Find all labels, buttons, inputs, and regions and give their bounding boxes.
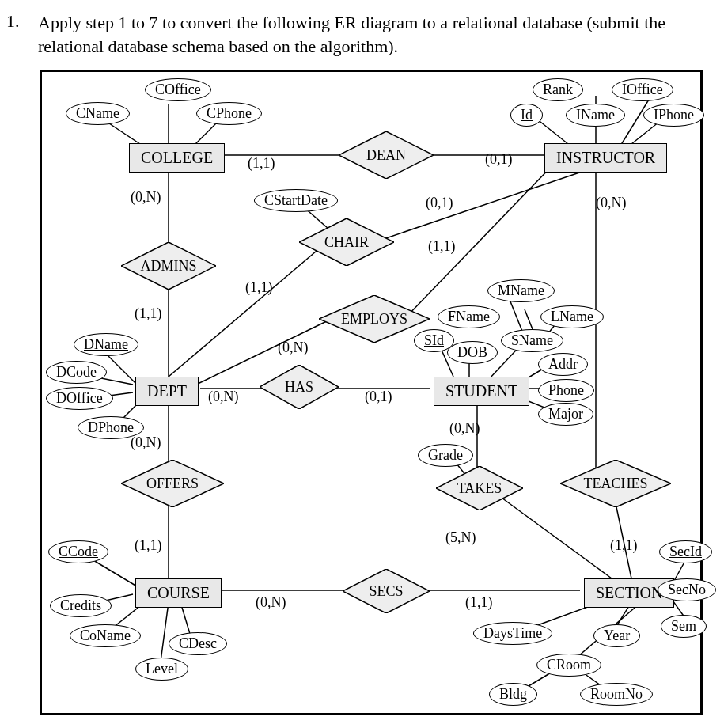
attr-secid: SecId [659, 540, 712, 563]
card-offers-course: (1,1) [135, 537, 162, 554]
entity-student: STUDENT [434, 377, 529, 406]
rel-employs-label: EMPLOYS [319, 295, 430, 343]
card-employs-inst: (1,1) [428, 238, 456, 255]
rel-teaches-label: TEACHES [560, 460, 671, 507]
rel-has: HAS [260, 365, 339, 409]
attr-phone: Phone [538, 379, 594, 402]
card-secs-course: (0,N) [256, 594, 286, 611]
entity-dept: DEPT [135, 377, 199, 406]
card-dean-inst: (0,1) [485, 151, 513, 168]
rel-offers: OFFERS [121, 460, 224, 507]
question-number: 1. [6, 11, 20, 32]
attr-iname: IName [566, 104, 625, 127]
attr-cdesc: CDesc [169, 632, 227, 655]
attr-daystime: DaysTime [473, 622, 552, 645]
question-text: Apply step 1 to 7 to convert the followi… [38, 11, 705, 58]
card-takes-student: (0,N) [449, 420, 480, 437]
entity-instructor: INSTRUCTOR [544, 143, 667, 173]
card-chair-dept: (1,1) [245, 279, 273, 296]
card-secs-section: (1,1) [465, 594, 493, 611]
card-admins-dept: (1,1) [135, 305, 162, 322]
attr-fname: FName [438, 305, 500, 328]
er-diagram-frame: COLLEGE INSTRUCTOR DEPT STUDENT COURSE S… [40, 70, 703, 715]
rel-employs: EMPLOYS [319, 295, 430, 343]
rel-admins-label: ADMINS [121, 242, 216, 290]
rel-chair-label: CHAIR [299, 218, 394, 266]
attr-year: Year [593, 624, 640, 647]
attr-credits: Credits [50, 594, 112, 617]
rel-offers-label: OFFERS [121, 460, 224, 507]
attr-dob: DOB [447, 341, 498, 364]
rel-dean-label: DEAN [339, 131, 434, 179]
svg-line-42 [161, 602, 169, 662]
card-employs-dept: (0,N) [278, 339, 309, 356]
attr-cstartdate: CStartDate [254, 189, 338, 212]
card-offers-dept: (0,N) [131, 434, 161, 451]
attr-ccode: CCode [48, 540, 108, 563]
svg-line-7 [620, 96, 651, 147]
rel-admins: ADMINS [121, 242, 216, 290]
attr-major: Major [538, 403, 593, 426]
attr-lname: LName [540, 305, 604, 328]
attr-sname: SName [501, 329, 563, 352]
rel-takes: TAKES [436, 466, 523, 510]
rel-secs: SECS [343, 569, 430, 613]
rel-has-label: HAS [260, 365, 339, 409]
attr-addr: Addr [538, 353, 588, 376]
entity-course: COURSE [135, 578, 222, 608]
attr-iphone: IPhone [643, 104, 704, 127]
attr-roomno: RoomNo [580, 683, 653, 706]
card-admins-col: (0,N) [131, 189, 161, 206]
attr-dname: DName [74, 333, 138, 356]
card-chair-inst: (0,1) [426, 195, 453, 211]
card-dean-col: (1,1) [248, 155, 275, 172]
attr-level: Level [135, 658, 188, 681]
attr-sem: Sem [661, 615, 707, 638]
attr-cname: CName [66, 102, 130, 125]
card-teaches-inst: (0,N) [596, 195, 627, 211]
attr-bldg: Bldg [489, 683, 537, 706]
attr-mname: MName [487, 279, 555, 302]
attr-id: Id [510, 104, 543, 127]
attr-doffice: DOffice [46, 387, 113, 410]
attr-grade: Grade [418, 444, 473, 467]
attr-dcode: DCode [46, 361, 107, 384]
rel-chair: CHAIR [299, 218, 394, 266]
attr-coffice: COffice [145, 78, 211, 101]
attr-rank: Rank [533, 78, 583, 101]
rel-secs-label: SECS [343, 569, 430, 613]
rel-teaches: TEACHES [560, 460, 671, 507]
svg-line-29 [525, 309, 533, 329]
card-takes-section: (5,N) [445, 529, 476, 546]
card-has-dept: (0,N) [208, 389, 239, 405]
attr-secno: SecNo [658, 578, 716, 601]
attr-cphone: CPhone [196, 102, 262, 125]
attr-croom: CRoom [536, 654, 601, 677]
card-has-student: (0,1) [365, 389, 392, 405]
rel-takes-label: TAKES [436, 466, 523, 510]
attr-coname: CoName [70, 624, 141, 647]
card-teaches-section: (1,1) [610, 537, 638, 554]
rel-dean: DEAN [339, 131, 434, 179]
entity-college: COLLEGE [129, 143, 225, 173]
attr-ioffice: IOffice [612, 78, 673, 101]
